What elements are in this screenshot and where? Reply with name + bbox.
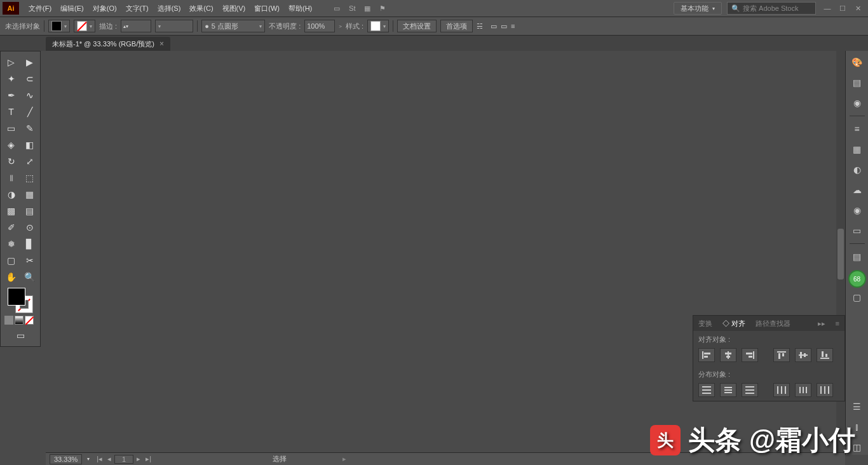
- menu-object[interactable]: 对象(O): [88, 0, 121, 17]
- transform-icon[interactable]: ▭: [501, 22, 507, 30]
- menu-type[interactable]: 文字(T): [121, 0, 153, 17]
- properties-panel-icon[interactable]: ☰: [850, 399, 865, 414]
- menu-help[interactable]: 帮助(H): [284, 0, 316, 17]
- artboard-nav[interactable]: |◂ ◂ 1 ▸ ▸|: [95, 455, 153, 464]
- scroll-thumb[interactable]: [837, 229, 844, 280]
- slice-tool[interactable]: ✂: [20, 252, 39, 269]
- mesh-tool[interactable]: ▩: [2, 203, 20, 219]
- stroke-profile[interactable]: ▾: [155, 20, 193, 32]
- panel-menu-icon[interactable]: ≡: [511, 22, 515, 30]
- panel-tab-pathfinder[interactable]: 路径查找器: [750, 319, 796, 328]
- color-mode[interactable]: [4, 316, 13, 325]
- layers-panel-icon[interactable]: ▤: [850, 249, 865, 264]
- prefs-icon[interactable]: ☵: [477, 22, 483, 30]
- eyedropper-tool[interactable]: ✐: [2, 219, 20, 236]
- zoom-tool[interactable]: 🔍: [20, 269, 39, 285]
- distribute-right[interactable]: [817, 383, 833, 397]
- fill-swatch[interactable]: ▾: [48, 20, 70, 32]
- distribute-left[interactable]: [773, 383, 790, 397]
- nav-prev-icon[interactable]: ◂: [105, 455, 113, 463]
- nav-next-icon[interactable]: ▸: [135, 455, 142, 463]
- prefs-button[interactable]: 首选项: [440, 20, 473, 32]
- panel-tab-transform[interactable]: 变换: [693, 319, 717, 328]
- shaper-tool[interactable]: ◈: [2, 137, 20, 153]
- pen-tool[interactable]: ✒: [2, 87, 20, 104]
- color-panel-icon[interactable]: 🎨: [850, 55, 865, 70]
- align-left[interactable]: [698, 348, 715, 362]
- none-mode[interactable]: [25, 316, 34, 325]
- artboard-number[interactable]: 1: [114, 455, 133, 464]
- rectangle-tool[interactable]: ▭: [2, 120, 20, 137]
- distribute-v-center[interactable]: [720, 383, 736, 397]
- fill-color[interactable]: [8, 288, 25, 306]
- window-minimize[interactable]: —: [821, 2, 834, 15]
- scale-tool[interactable]: ⤢: [20, 153, 39, 170]
- align-v-center[interactable]: [795, 348, 811, 362]
- brushes-panel-icon[interactable]: ◉: [850, 95, 865, 111]
- artboards-panel-icon[interactable]: ▢: [850, 290, 865, 305]
- hand-tool[interactable]: ✋: [2, 269, 20, 285]
- width-tool[interactable]: ⫴: [2, 170, 20, 186]
- artboard-tool[interactable]: ▢: [2, 252, 20, 269]
- gradient-panel-icon[interactable]: ▦: [850, 142, 865, 157]
- gradient-tool[interactable]: ▤: [20, 203, 39, 219]
- distribute-h-center[interactable]: [795, 383, 811, 397]
- brush-def[interactable]: ● 5 点圆形▾: [201, 20, 265, 32]
- symbol-sprayer-tool[interactable]: ❅: [2, 236, 20, 252]
- menu-view[interactable]: 视图(V): [218, 0, 250, 17]
- cc-libraries-icon[interactable]: ☁: [850, 182, 865, 198]
- panel-collapse-icon[interactable]: ▸▸: [813, 320, 831, 328]
- free-transform-tool[interactable]: ⬚: [20, 170, 39, 186]
- blend-tool[interactable]: ⊙: [20, 219, 39, 236]
- menu-window[interactable]: 窗口(W): [250, 0, 284, 17]
- bridge-icon[interactable]: ▭: [330, 2, 343, 15]
- doc-setup-button[interactable]: 文档设置: [397, 20, 437, 32]
- appearance-panel-icon[interactable]: ◉: [850, 203, 865, 218]
- stroke-swatch[interactable]: ▾: [74, 20, 95, 32]
- panel-tab-align[interactable]: ◇ 对齐: [717, 319, 750, 328]
- swatches-panel-icon[interactable]: ▤: [850, 75, 865, 90]
- fill-stroke-control[interactable]: [8, 288, 33, 313]
- graph-tool[interactable]: ▊: [20, 236, 39, 252]
- window-close[interactable]: ✕: [851, 2, 864, 15]
- transparency-panel-icon[interactable]: ◐68: [850, 162, 865, 177]
- type-tool[interactable]: T: [2, 104, 20, 120]
- stroke-panel-icon[interactable]: ≡: [850, 121, 865, 137]
- menu-effect[interactable]: 效果(C): [185, 0, 217, 17]
- opacity-value[interactable]: 100%: [304, 20, 335, 32]
- gradient-mode[interactable]: [15, 316, 24, 325]
- direct-selection-tool[interactable]: ▶: [20, 54, 39, 71]
- stroke-weight[interactable]: ▴▾: [121, 20, 151, 32]
- zoom-level[interactable]: 33.33%: [50, 454, 82, 464]
- align-right[interactable]: [742, 348, 758, 362]
- nav-last-icon[interactable]: ▸|: [144, 455, 153, 463]
- window-maximize[interactable]: ☐: [836, 2, 849, 15]
- distribute-bottom[interactable]: [742, 383, 758, 397]
- menu-file[interactable]: 文件(F): [24, 0, 56, 17]
- panel-menu-icon[interactable]: ≡: [831, 320, 844, 327]
- screen-mode[interactable]: ▭: [11, 327, 30, 344]
- align-top[interactable]: [773, 348, 790, 362]
- menu-select[interactable]: 选择(S): [153, 0, 186, 17]
- gpu-icon[interactable]: ⚑: [376, 2, 389, 15]
- workspace-switcher[interactable]: 基本功能▾: [674, 2, 722, 15]
- nav-first-icon[interactable]: |◂: [95, 455, 104, 463]
- doc-tab[interactable]: 未标题-1* @ 33.33% (RGB/预览) ×: [46, 37, 170, 51]
- opacity-popup[interactable]: >: [339, 24, 342, 29]
- eraser-tool[interactable]: ◧: [20, 137, 39, 153]
- close-icon[interactable]: ×: [159, 39, 164, 48]
- style-swatch[interactable]: ▾: [367, 20, 389, 32]
- arrange-icon[interactable]: ▦: [361, 2, 374, 15]
- status-arrow[interactable]: ▸: [342, 455, 346, 463]
- rotate-tool[interactable]: ↻: [2, 153, 20, 170]
- brush-tool[interactable]: ✎: [20, 120, 39, 137]
- align-h-center[interactable]: [720, 348, 736, 362]
- stock-icon[interactable]: St: [346, 2, 358, 15]
- selection-tool[interactable]: ▷: [2, 54, 20, 71]
- shape-builder-tool[interactable]: ◑: [2, 186, 20, 203]
- menu-edit[interactable]: 编辑(E): [56, 0, 88, 17]
- align-to-icon[interactable]: ▭: [491, 22, 497, 30]
- graphic-styles-icon[interactable]: ▭: [850, 223, 865, 238]
- perspective-tool[interactable]: ▦: [20, 186, 39, 203]
- search-input[interactable]: 🔍搜索 Adobe Stock: [727, 2, 816, 15]
